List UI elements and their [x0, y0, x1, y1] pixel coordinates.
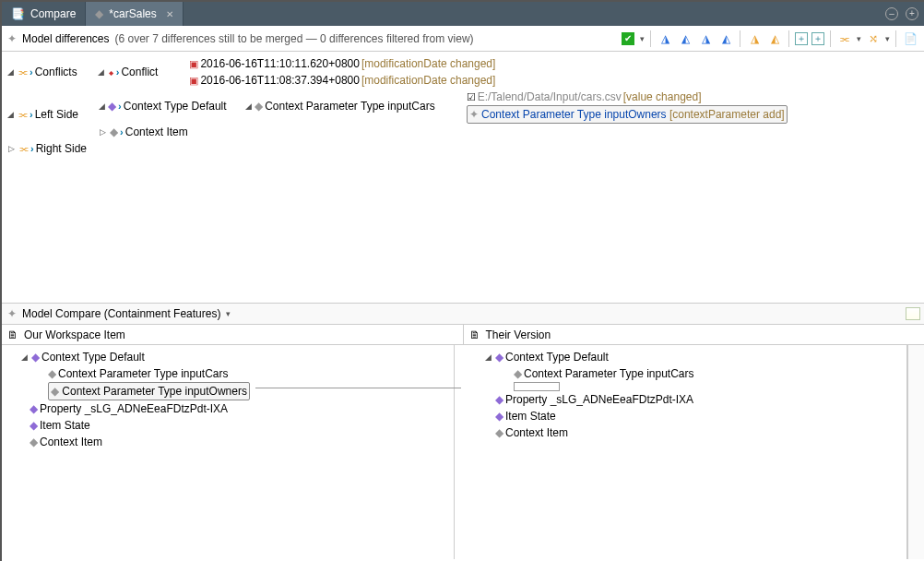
separator: [895, 30, 896, 47]
selected-row[interactable]: ◆ Context Parameter Type inputOwners: [48, 382, 250, 400]
model-compare-header: ✦ Model Compare (Containment Features) ▾: [2, 303, 924, 325]
tab-carsales[interactable]: ◆ *carSales ✕: [86, 2, 183, 26]
minimize-icon[interactable]: –: [885, 7, 898, 20]
maximize-icon[interactable]: +: [906, 7, 918, 20]
diamond-icon: ◆: [30, 417, 38, 434]
diff-tree[interactable]: ◢ ⫘ › Conflicts ◢ ⬥ › Conflict ▣ 2016-06…: [2, 52, 924, 303]
right-column-header: 🗎 Their Version: [464, 325, 925, 344]
chevron-right-icon: ›: [30, 140, 34, 157]
missing-placeholder: [514, 382, 560, 391]
version-icon: 🗎: [469, 328, 480, 341]
merge-button[interactable]: ⤭: [865, 30, 882, 47]
l-owners: Context Parameter Type inputOwners: [62, 385, 247, 398]
right-header-label: Their Version: [486, 328, 551, 341]
chevron-right-icon: ›: [116, 64, 120, 80]
expander-icon[interactable]: ◢: [6, 106, 16, 123]
copy-right-button[interactable]: ＋: [811, 32, 824, 45]
separator: [740, 30, 740, 47]
nav-diff-2[interactable]: ◭: [677, 30, 693, 47]
diamond-icon: ◆: [108, 98, 116, 114]
l-state: Item State: [40, 417, 90, 434]
left-compare-tree[interactable]: ◢ ◆ Context Type Default ◆ Context Param…: [2, 345, 455, 559]
diamond-icon: ◆: [495, 408, 503, 424]
copy-left-button[interactable]: ＋: [795, 32, 808, 45]
link-button[interactable]: ⫘: [836, 30, 853, 47]
expander-icon[interactable]: ◢: [482, 349, 493, 365]
panel-toggle-button[interactable]: [906, 307, 920, 320]
conflict-label: Conflict: [121, 64, 158, 80]
cpt-owners-label: Context Parameter Type inputOwners: [481, 108, 667, 121]
r-ctx: Context Item: [505, 424, 568, 441]
context-item-label: Context Item: [125, 124, 188, 140]
dropdown-icon[interactable]: ▾: [226, 309, 231, 318]
r-state: Item State: [505, 408, 556, 424]
csv-annotation: [value changed]: [623, 89, 702, 105]
struct-icon: ⫘: [18, 64, 28, 80]
expander-icon[interactable]: ◢: [18, 349, 30, 365]
overview-ruler[interactable]: [907, 345, 924, 559]
struct-icon: ⫘: [18, 106, 28, 123]
diamond-icon: ◆: [30, 400, 38, 417]
nav-diff-1[interactable]: ◮: [657, 30, 673, 47]
expander-icon[interactable]: ◢: [96, 64, 106, 80]
annotation-2: [modificationDate changed]: [361, 72, 495, 89]
close-icon[interactable]: ✕: [166, 9, 173, 19]
cpt-cars-label: Context Parameter Type inputCars: [265, 98, 435, 114]
r-ctd: Context Type Default: [505, 349, 609, 365]
toolbar-subtitle: (6 over 7 differences still to be merged…: [115, 32, 474, 45]
expander-icon[interactable]: ▷: [6, 140, 17, 157]
separator: [788, 30, 789, 47]
export-button[interactable]: 📄: [902, 30, 918, 47]
expander-icon[interactable]: ◢: [97, 98, 106, 114]
checkbox-icon: ☑: [467, 89, 476, 105]
tabbar-controls: – +: [885, 2, 918, 26]
dropdown-icon[interactable]: ▾: [885, 34, 890, 43]
left-side-label: Left Side: [35, 106, 78, 123]
annotation-1: [modificationDate changed]: [361, 55, 495, 72]
diamond-icon: ◆: [495, 391, 503, 408]
conflict-icon: ⬥: [108, 64, 114, 80]
separator: [830, 30, 831, 47]
selected-row[interactable]: ✦ Context Parameter Type inputOwners [co…: [467, 105, 788, 124]
model-diff-icon: ✦: [7, 32, 17, 45]
tab-compare[interactable]: 📑 Compare: [2, 2, 86, 26]
l-ctx: Context Item: [40, 434, 102, 450]
diamond-icon: ◆: [95, 7, 103, 20]
compare-body: ◢ ◆ Context Type Default ◆ Context Param…: [2, 345, 924, 559]
timestamp-1: 2016-06-16T11:10:11.620+0800: [200, 55, 359, 72]
left-header-label: Our Workspace Item: [24, 328, 125, 341]
expand-button[interactable]: ◮: [746, 30, 763, 47]
dropdown-icon[interactable]: ▾: [857, 34, 861, 43]
collapse-button[interactable]: ◭: [766, 30, 783, 47]
diamond-icon: ◆: [255, 98, 263, 114]
expander-icon[interactable]: ◢: [245, 98, 254, 114]
diamond-icon: ◆: [48, 365, 56, 382]
diamond-icon: ◆: [30, 434, 38, 450]
separator: [650, 30, 651, 47]
csv-path: E:/Talend/Data/Input/cars.csv: [478, 89, 622, 105]
owners-annotation: [contextParameter add]: [669, 108, 785, 121]
right-side-label: Right Side: [36, 140, 87, 157]
compare-icon: ✦: [7, 307, 17, 320]
compare-icon: 📑: [11, 7, 25, 20]
change-out-icon: ▣: [189, 72, 198, 89]
diamond-icon: ◆: [514, 365, 522, 382]
diamond-icon: ◆: [495, 349, 503, 365]
filter-ok-button[interactable]: ✔: [620, 30, 636, 47]
r-cars: Context Parameter Type inputCars: [524, 365, 694, 382]
nav-diff-3[interactable]: ◮: [697, 30, 714, 47]
expander-icon[interactable]: ◢: [6, 64, 16, 80]
expander-icon[interactable]: ▷: [97, 124, 108, 140]
workspace-icon: 🗎: [7, 328, 18, 341]
l-prop: Property _sLG_ADNeEeaFDtzPdt-IXA: [40, 400, 228, 417]
dropdown-icon[interactable]: ▾: [640, 34, 645, 43]
nav-diff-4[interactable]: ◭: [717, 30, 734, 47]
diff-connector: [255, 388, 461, 389]
chevron-right-icon: ›: [30, 64, 33, 80]
right-compare-tree[interactable]: ◢ ◆ Context Type Default ◆ Context Param…: [455, 345, 907, 559]
diamond-icon: ◆: [31, 349, 40, 365]
ctd-label: Context Type Default: [124, 98, 227, 114]
r-prop: Property _sLG_ADNeEeaFDtzPdt-IXA: [505, 391, 693, 408]
diamond-icon: ◆: [51, 385, 59, 398]
chevron-right-icon: ›: [120, 124, 124, 140]
